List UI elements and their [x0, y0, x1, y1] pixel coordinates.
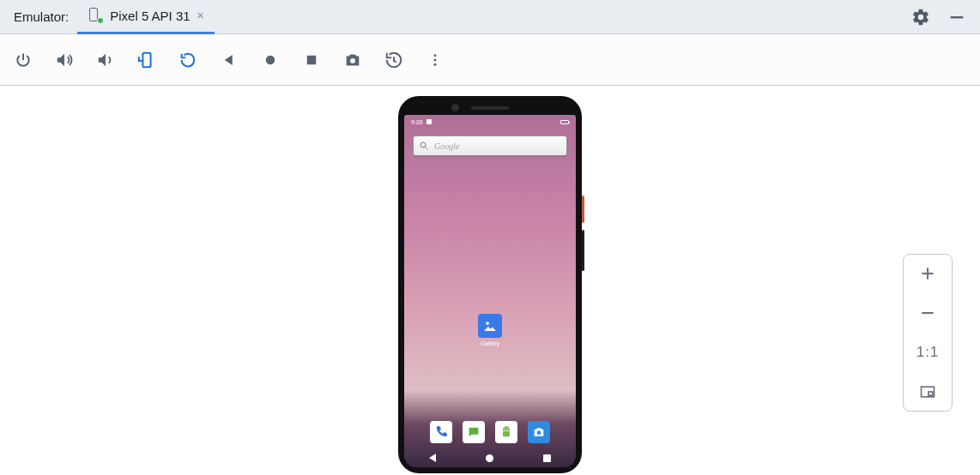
status-time: 9:26 [411, 119, 423, 125]
svg-rect-19 [929, 392, 933, 395]
svg-point-11 [486, 322, 489, 325]
device-camera [451, 104, 459, 111]
svg-line-10 [426, 147, 428, 150]
emulator-viewport: 9:26 Google Gallery [0, 86, 980, 475]
svg-point-13 [507, 428, 508, 429]
device-volume-key [582, 230, 584, 271]
home-button[interactable] [261, 51, 280, 69]
dock-app-phone[interactable] [430, 421, 452, 443]
svg-point-14 [537, 430, 541, 435]
more-button[interactable] [426, 51, 445, 69]
zoom-panel: 1:1 [903, 254, 953, 412]
zoom-in-button[interactable] [904, 263, 952, 284]
emulator-toolbar [0, 34, 980, 86]
android-dock [404, 418, 576, 447]
zoom-actual-button[interactable]: 1:1 [904, 342, 952, 363]
nav-home-button[interactable] [486, 454, 493, 462]
device-frame: 9:26 Google Gallery [398, 96, 582, 473]
svg-point-2 [266, 55, 275, 64]
android-navbar [404, 448, 576, 467]
snapshots-button[interactable] [384, 51, 403, 69]
tab-device[interactable]: Pixel 5 API 31 × [77, 0, 215, 34]
nav-back-button[interactable] [429, 454, 436, 462]
svg-point-6 [434, 58, 437, 61]
svg-rect-3 [307, 55, 317, 64]
zoom-out-button[interactable] [904, 303, 952, 323]
rotate-right-button[interactable] [178, 51, 197, 69]
close-tab-button[interactable]: × [197, 9, 204, 22]
overview-button[interactable] [302, 51, 321, 69]
device-power-key [582, 195, 584, 223]
power-button[interactable] [14, 51, 33, 69]
dock-app-messages[interactable] [463, 421, 485, 443]
svg-rect-1 [142, 52, 150, 67]
minimize-button[interactable] [947, 8, 966, 27]
zoom-fit-button[interactable] [904, 382, 952, 402]
svg-rect-0 [951, 16, 964, 18]
svg-point-12 [504, 428, 505, 429]
app-gallery[interactable]: Gallery [474, 314, 506, 346]
emulator-tabbar: Emulator: Pixel 5 API 31 × [0, 0, 980, 34]
rotate-left-button[interactable] [137, 51, 156, 69]
back-button[interactable] [220, 51, 239, 69]
svg-rect-8 [426, 119, 432, 124]
tab-device-label: Pixel 5 API 31 [110, 9, 190, 23]
search-placeholder: Google [434, 141, 459, 151]
battery-icon [560, 120, 569, 124]
svg-point-5 [434, 54, 437, 57]
notification-icon [426, 119, 432, 124]
screenshot-button[interactable] [343, 51, 362, 69]
volume-up-button[interactable] [55, 51, 74, 69]
nav-overview-button[interactable] [543, 454, 551, 462]
tabbar-label: Emulator: [14, 9, 69, 24]
dock-app-camera[interactable] [528, 421, 550, 443]
search-icon [419, 141, 429, 151]
android-statusbar: 9:26 [404, 115, 576, 129]
svg-point-4 [350, 57, 355, 63]
volume-down-button[interactable] [96, 51, 115, 69]
app-gallery-label: Gallery [481, 340, 499, 346]
google-search-widget[interactable]: Google [413, 135, 567, 156]
svg-point-9 [420, 142, 426, 147]
dock-app-android[interactable] [495, 421, 517, 443]
device-screen[interactable]: 9:26 Google Gallery [404, 115, 576, 467]
svg-point-7 [434, 63, 437, 65]
gallery-icon [478, 314, 502, 338]
settings-button[interactable] [911, 8, 930, 27]
device-speaker [471, 106, 509, 110]
device-icon [88, 8, 103, 23]
